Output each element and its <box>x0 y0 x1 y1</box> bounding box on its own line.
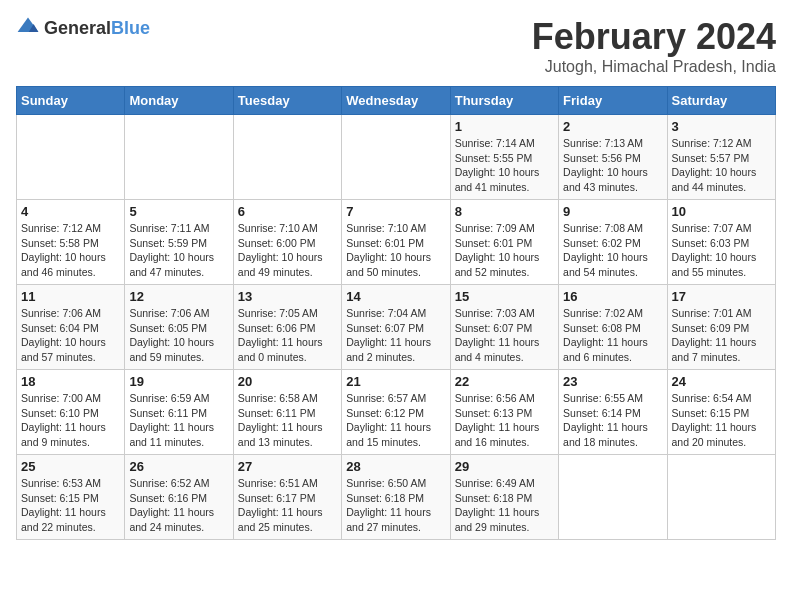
day-number: 10 <box>672 204 771 219</box>
day-detail: Sunrise: 7:12 AMSunset: 5:58 PMDaylight:… <box>21 221 120 280</box>
day-number: 16 <box>563 289 662 304</box>
day-number: 19 <box>129 374 228 389</box>
day-number: 24 <box>672 374 771 389</box>
calendar-day-cell: 1Sunrise: 7:14 AMSunset: 5:55 PMDaylight… <box>450 115 558 200</box>
day-number: 4 <box>21 204 120 219</box>
day-detail: Sunrise: 6:50 AMSunset: 6:18 PMDaylight:… <box>346 476 445 535</box>
weekday-header-sunday: Sunday <box>17 87 125 115</box>
calendar-day-cell <box>559 455 667 540</box>
day-detail: Sunrise: 7:10 AMSunset: 6:01 PMDaylight:… <box>346 221 445 280</box>
day-number: 5 <box>129 204 228 219</box>
day-detail: Sunrise: 6:59 AMSunset: 6:11 PMDaylight:… <box>129 391 228 450</box>
day-number: 6 <box>238 204 337 219</box>
calendar-day-cell: 6Sunrise: 7:10 AMSunset: 6:00 PMDaylight… <box>233 200 341 285</box>
calendar-day-cell: 12Sunrise: 7:06 AMSunset: 6:05 PMDayligh… <box>125 285 233 370</box>
calendar-day-cell: 16Sunrise: 7:02 AMSunset: 6:08 PMDayligh… <box>559 285 667 370</box>
calendar-day-cell <box>233 115 341 200</box>
day-detail: Sunrise: 7:03 AMSunset: 6:07 PMDaylight:… <box>455 306 554 365</box>
day-detail: Sunrise: 7:09 AMSunset: 6:01 PMDaylight:… <box>455 221 554 280</box>
day-detail: Sunrise: 6:51 AMSunset: 6:17 PMDaylight:… <box>238 476 337 535</box>
page-header: GeneralBlue February 2024 Jutogh, Himach… <box>16 16 776 76</box>
calendar-table: SundayMondayTuesdayWednesdayThursdayFrid… <box>16 86 776 540</box>
logo: GeneralBlue <box>16 16 150 40</box>
day-detail: Sunrise: 6:54 AMSunset: 6:15 PMDaylight:… <box>672 391 771 450</box>
weekday-header-friday: Friday <box>559 87 667 115</box>
logo-icon <box>16 16 40 40</box>
day-number: 2 <box>563 119 662 134</box>
calendar-day-cell: 15Sunrise: 7:03 AMSunset: 6:07 PMDayligh… <box>450 285 558 370</box>
day-number: 28 <box>346 459 445 474</box>
calendar-day-cell: 28Sunrise: 6:50 AMSunset: 6:18 PMDayligh… <box>342 455 450 540</box>
day-detail: Sunrise: 7:04 AMSunset: 6:07 PMDaylight:… <box>346 306 445 365</box>
calendar-day-cell <box>17 115 125 200</box>
calendar-day-cell: 8Sunrise: 7:09 AMSunset: 6:01 PMDaylight… <box>450 200 558 285</box>
day-detail: Sunrise: 7:11 AMSunset: 5:59 PMDaylight:… <box>129 221 228 280</box>
calendar-day-cell: 24Sunrise: 6:54 AMSunset: 6:15 PMDayligh… <box>667 370 775 455</box>
calendar-day-cell: 17Sunrise: 7:01 AMSunset: 6:09 PMDayligh… <box>667 285 775 370</box>
day-number: 29 <box>455 459 554 474</box>
title-area: February 2024 Jutogh, Himachal Pradesh, … <box>532 16 776 76</box>
day-detail: Sunrise: 6:56 AMSunset: 6:13 PMDaylight:… <box>455 391 554 450</box>
calendar-week-row: 25Sunrise: 6:53 AMSunset: 6:15 PMDayligh… <box>17 455 776 540</box>
day-detail: Sunrise: 7:01 AMSunset: 6:09 PMDaylight:… <box>672 306 771 365</box>
day-detail: Sunrise: 7:12 AMSunset: 5:57 PMDaylight:… <box>672 136 771 195</box>
calendar-day-cell <box>125 115 233 200</box>
calendar-week-row: 4Sunrise: 7:12 AMSunset: 5:58 PMDaylight… <box>17 200 776 285</box>
logo-text-blue: Blue <box>111 18 150 38</box>
calendar-day-cell <box>667 455 775 540</box>
calendar-day-cell: 21Sunrise: 6:57 AMSunset: 6:12 PMDayligh… <box>342 370 450 455</box>
day-number: 14 <box>346 289 445 304</box>
day-number: 15 <box>455 289 554 304</box>
calendar-day-cell: 27Sunrise: 6:51 AMSunset: 6:17 PMDayligh… <box>233 455 341 540</box>
day-detail: Sunrise: 6:49 AMSunset: 6:18 PMDaylight:… <box>455 476 554 535</box>
day-detail: Sunrise: 7:05 AMSunset: 6:06 PMDaylight:… <box>238 306 337 365</box>
day-number: 25 <box>21 459 120 474</box>
day-detail: Sunrise: 6:52 AMSunset: 6:16 PMDaylight:… <box>129 476 228 535</box>
location-subtitle: Jutogh, Himachal Pradesh, India <box>532 58 776 76</box>
weekday-header-saturday: Saturday <box>667 87 775 115</box>
calendar-day-cell: 9Sunrise: 7:08 AMSunset: 6:02 PMDaylight… <box>559 200 667 285</box>
calendar-day-cell: 10Sunrise: 7:07 AMSunset: 6:03 PMDayligh… <box>667 200 775 285</box>
calendar-day-cell: 20Sunrise: 6:58 AMSunset: 6:11 PMDayligh… <box>233 370 341 455</box>
calendar-day-cell: 22Sunrise: 6:56 AMSunset: 6:13 PMDayligh… <box>450 370 558 455</box>
day-number: 17 <box>672 289 771 304</box>
day-detail: Sunrise: 7:06 AMSunset: 6:04 PMDaylight:… <box>21 306 120 365</box>
day-number: 3 <box>672 119 771 134</box>
day-detail: Sunrise: 6:58 AMSunset: 6:11 PMDaylight:… <box>238 391 337 450</box>
day-number: 18 <box>21 374 120 389</box>
calendar-day-cell: 3Sunrise: 7:12 AMSunset: 5:57 PMDaylight… <box>667 115 775 200</box>
weekday-header-row: SundayMondayTuesdayWednesdayThursdayFrid… <box>17 87 776 115</box>
day-number: 26 <box>129 459 228 474</box>
calendar-day-cell: 26Sunrise: 6:52 AMSunset: 6:16 PMDayligh… <box>125 455 233 540</box>
calendar-day-cell: 29Sunrise: 6:49 AMSunset: 6:18 PMDayligh… <box>450 455 558 540</box>
calendar-day-cell: 14Sunrise: 7:04 AMSunset: 6:07 PMDayligh… <box>342 285 450 370</box>
day-number: 13 <box>238 289 337 304</box>
day-detail: Sunrise: 7:14 AMSunset: 5:55 PMDaylight:… <box>455 136 554 195</box>
calendar-day-cell: 7Sunrise: 7:10 AMSunset: 6:01 PMDaylight… <box>342 200 450 285</box>
day-number: 20 <box>238 374 337 389</box>
weekday-header-wednesday: Wednesday <box>342 87 450 115</box>
calendar-day-cell: 2Sunrise: 7:13 AMSunset: 5:56 PMDaylight… <box>559 115 667 200</box>
day-number: 11 <box>21 289 120 304</box>
logo-text-general: General <box>44 18 111 38</box>
weekday-header-tuesday: Tuesday <box>233 87 341 115</box>
calendar-day-cell: 25Sunrise: 6:53 AMSunset: 6:15 PMDayligh… <box>17 455 125 540</box>
day-number: 1 <box>455 119 554 134</box>
day-number: 23 <box>563 374 662 389</box>
day-detail: Sunrise: 7:02 AMSunset: 6:08 PMDaylight:… <box>563 306 662 365</box>
calendar-day-cell: 18Sunrise: 7:00 AMSunset: 6:10 PMDayligh… <box>17 370 125 455</box>
day-detail: Sunrise: 7:10 AMSunset: 6:00 PMDaylight:… <box>238 221 337 280</box>
day-number: 12 <box>129 289 228 304</box>
day-detail: Sunrise: 6:57 AMSunset: 6:12 PMDaylight:… <box>346 391 445 450</box>
day-detail: Sunrise: 6:53 AMSunset: 6:15 PMDaylight:… <box>21 476 120 535</box>
day-detail: Sunrise: 7:00 AMSunset: 6:10 PMDaylight:… <box>21 391 120 450</box>
day-detail: Sunrise: 7:07 AMSunset: 6:03 PMDaylight:… <box>672 221 771 280</box>
weekday-header-monday: Monday <box>125 87 233 115</box>
calendar-week-row: 1Sunrise: 7:14 AMSunset: 5:55 PMDaylight… <box>17 115 776 200</box>
day-number: 27 <box>238 459 337 474</box>
calendar-week-row: 11Sunrise: 7:06 AMSunset: 6:04 PMDayligh… <box>17 285 776 370</box>
day-detail: Sunrise: 7:06 AMSunset: 6:05 PMDaylight:… <box>129 306 228 365</box>
calendar-day-cell: 5Sunrise: 7:11 AMSunset: 5:59 PMDaylight… <box>125 200 233 285</box>
calendar-day-cell: 13Sunrise: 7:05 AMSunset: 6:06 PMDayligh… <box>233 285 341 370</box>
day-number: 22 <box>455 374 554 389</box>
